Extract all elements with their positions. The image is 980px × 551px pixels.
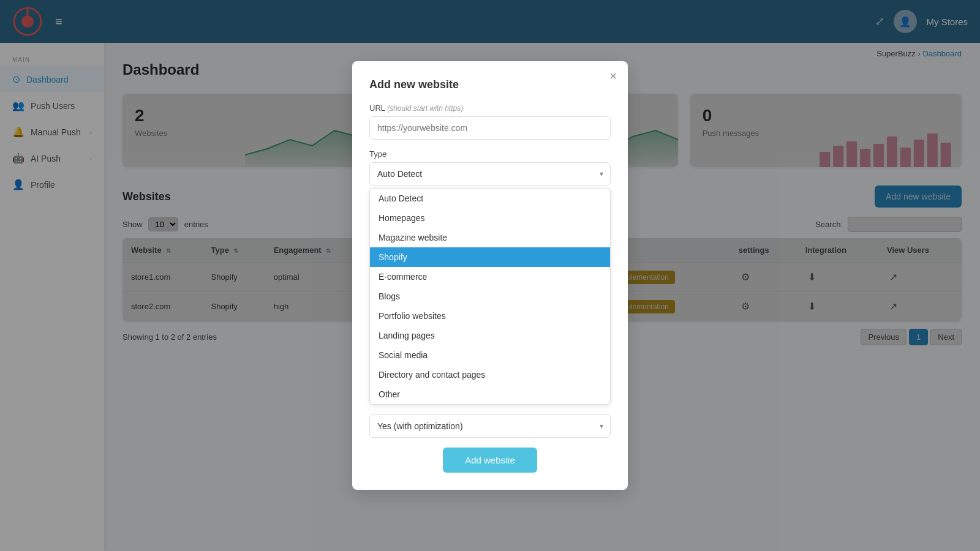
type-dropdown-list: Auto Detect Homepages Magazine website S… xyxy=(369,188,611,405)
url-input[interactable] xyxy=(369,116,611,140)
dropdown-option-portfolio[interactable]: Portfolio websites xyxy=(370,306,610,326)
url-label: URL (should start with https) xyxy=(369,103,611,113)
optimization-select[interactable]: Yes (with optimization) No xyxy=(369,414,611,438)
type-select-wrapper: Auto Detect ▾ xyxy=(369,162,611,186)
dropdown-option-blogs[interactable]: Blogs xyxy=(370,287,610,306)
dropdown-option-landing[interactable]: Landing pages xyxy=(370,326,610,345)
type-label: Type xyxy=(369,149,611,159)
type-field-group: Type Auto Detect ▾ xyxy=(369,149,611,186)
modal-title: Add new website xyxy=(369,78,611,91)
dropdown-option-auto-detect[interactable]: Auto Detect xyxy=(370,189,610,208)
dropdown-option-homepages[interactable]: Homepages xyxy=(370,208,610,228)
url-field-group: URL (should start with https) xyxy=(369,103,611,140)
dropdown-option-directory[interactable]: Directory and contact pages xyxy=(370,365,610,384)
type-select[interactable]: Auto Detect xyxy=(369,162,611,186)
url-hint: (should start with https) xyxy=(387,104,463,113)
dropdown-option-other[interactable]: Other xyxy=(370,384,610,404)
modal-overlay[interactable]: Add new website × URL (should start with… xyxy=(0,0,980,551)
modal-close-button[interactable]: × xyxy=(609,70,617,82)
dropdown-option-ecommerce[interactable]: E-commerce xyxy=(370,267,610,287)
dropdown-option-social[interactable]: Social media xyxy=(370,345,610,365)
dropdown-option-magazine[interactable]: Magazine website xyxy=(370,228,610,247)
dropdown-option-shopify[interactable]: Shopify xyxy=(370,247,610,267)
optimization-select-wrapper: Yes (with optimization) No ▾ xyxy=(369,414,611,438)
add-website-button[interactable]: Add website xyxy=(443,448,537,473)
optimization-field-group: Yes (with optimization) No ▾ xyxy=(369,414,611,438)
add-website-modal: Add new website × URL (should start with… xyxy=(352,61,628,490)
